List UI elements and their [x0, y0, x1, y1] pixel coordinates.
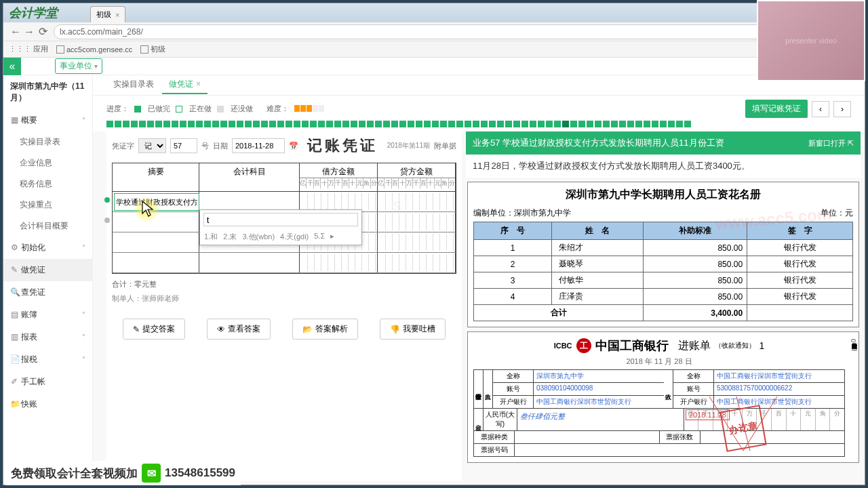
progress-cell[interactable] — [351, 121, 357, 127]
bookmark-item[interactable]: acc5com.gensee.cc — [56, 45, 132, 54]
progress-cell[interactable] — [310, 121, 317, 127]
voucher-date-input[interactable] — [232, 138, 285, 153]
sidebar-item[interactable]: 税务信息 — [3, 174, 92, 195]
progress-cell[interactable] — [587, 121, 593, 127]
sidebar-section-tax[interactable]: 📄报税˅ — [3, 348, 92, 371]
reload-icon[interactable]: ⟳ — [36, 25, 50, 38]
sidebar-section-report[interactable]: ▥报表˅ — [3, 326, 92, 348]
progress-cell[interactable] — [473, 121, 479, 127]
progress-cell[interactable] — [294, 121, 300, 127]
sidebar-section-manual[interactable]: ✐手工帐 — [3, 371, 92, 393]
progress-cell[interactable] — [261, 121, 268, 127]
progress-cell[interactable] — [229, 121, 235, 127]
progress-cell[interactable] — [440, 121, 447, 127]
sidebar-item[interactable]: 会计科目概要 — [3, 216, 92, 237]
apps-button[interactable]: ⋮⋮⋮ 应用 — [9, 44, 48, 54]
progress-cell[interactable] — [188, 121, 195, 127]
voucher-row[interactable]: 1.和 2.末 3.他(wbn) 4.天(gdi) 5.Σ ▸ S — [113, 192, 456, 212]
progress-cell[interactable] — [611, 121, 618, 127]
open-new-window-button[interactable]: 新窗口打开 ⇱ — [808, 138, 854, 148]
progress-cell[interactable] — [155, 121, 162, 127]
progress-cell[interactable] — [131, 121, 138, 127]
tab-catalog[interactable]: 实操目录表 — [106, 76, 161, 94]
progress-cell[interactable] — [684, 121, 691, 127]
progress-cell[interactable] — [570, 121, 577, 127]
progress-cell[interactable] — [285, 121, 292, 127]
progress-cell[interactable] — [212, 121, 219, 127]
progress-cell[interactable] — [448, 121, 455, 127]
progress-cell[interactable] — [106, 121, 113, 127]
progress-cell[interactable] — [123, 121, 130, 127]
voucher-row[interactable] — [113, 253, 456, 273]
progress-cell[interactable] — [269, 121, 276, 127]
progress-cell[interactable] — [139, 121, 146, 127]
progress-cell[interactable] — [497, 121, 504, 127]
progress-cell[interactable] — [180, 121, 186, 127]
documents-scroll[interactable]: www.acc5.com 深圳市第九中学长期聘用人员工资花名册 编制单位：深圳市… — [466, 178, 861, 481]
progress-cell[interactable] — [505, 121, 512, 127]
sidebar-item[interactable]: 实操目录表 — [3, 131, 92, 152]
progress-cell[interactable] — [652, 121, 658, 127]
progress-cell[interactable] — [416, 121, 422, 127]
org-type-select[interactable]: 事业单位 ▾ — [55, 58, 102, 74]
prev-button[interactable]: ‹ — [812, 101, 829, 117]
progress-cell[interactable] — [172, 121, 178, 127]
voucher-char-select[interactable]: 记 — [138, 138, 166, 153]
progress-cell[interactable] — [196, 121, 203, 127]
progress-cell[interactable] — [660, 121, 667, 127]
url-input[interactable] — [54, 24, 855, 39]
calendar-icon[interactable]: 📅 — [289, 142, 298, 150]
progress-cell[interactable] — [578, 121, 585, 127]
more-icon[interactable]: ▸ — [330, 232, 334, 242]
ime-candidates[interactable]: 1.和 2.末 3.他(wbn) 4.天(gdi) 5.Σ ▸ — [200, 229, 361, 245]
progress-cell[interactable] — [619, 121, 626, 127]
progress-cell[interactable] — [277, 121, 284, 127]
progress-cell[interactable] — [318, 121, 325, 127]
progress-cell[interactable] — [424, 121, 431, 127]
progress-cell[interactable] — [668, 121, 675, 127]
progress-cell[interactable] — [204, 121, 211, 127]
progress-cell[interactable] — [391, 121, 398, 127]
progress-cell[interactable] — [627, 121, 634, 127]
sidebar-section-voucher[interactable]: ✎做凭证 — [3, 259, 92, 281]
browser-tab[interactable]: 初级 × — [90, 6, 125, 22]
progress-cell[interactable] — [375, 121, 382, 127]
progress-cell[interactable] — [456, 121, 463, 127]
progress-cell[interactable] — [603, 121, 610, 127]
progress-cell[interactable] — [237, 121, 243, 127]
progress-cell[interactable] — [359, 121, 366, 127]
analysis-button[interactable]: 📂答案解析 — [292, 319, 358, 340]
progress-cell[interactable] — [302, 121, 309, 127]
sidebar-item[interactable]: 实操重点 — [3, 195, 92, 216]
sidebar-collapse-button[interactable]: « — [3, 58, 21, 75]
progress-cell[interactable] — [408, 121, 414, 127]
progress-cell[interactable] — [644, 121, 650, 127]
progress-cell[interactable] — [546, 121, 553, 127]
progress-cell[interactable] — [635, 121, 642, 127]
progress-cell[interactable] — [253, 121, 260, 127]
submit-button[interactable]: ✎提交答案 — [123, 319, 185, 340]
progress-cell[interactable] — [521, 121, 528, 127]
bookmark-item[interactable]: 初级 — [140, 44, 165, 54]
progress-cell[interactable] — [432, 121, 439, 127]
forward-icon[interactable]: → — [22, 26, 36, 38]
fill-voucher-button[interactable]: 填写记账凭证 — [745, 100, 808, 118]
view-answer-button[interactable]: 👁查看答案 — [207, 319, 271, 340]
tab-voucher[interactable]: 做凭证× — [162, 76, 208, 94]
progress-cell[interactable] — [163, 121, 170, 127]
progress-cell[interactable] — [562, 121, 569, 127]
progress-cell[interactable] — [465, 121, 471, 127]
progress-grid[interactable] — [93, 119, 865, 131]
feedback-button[interactable]: 👎我要吐槽 — [380, 319, 446, 340]
progress-cell[interactable] — [326, 121, 333, 127]
sidebar-item[interactable]: 企业信息 — [3, 152, 92, 174]
progress-cell[interactable] — [489, 121, 496, 127]
sidebar-section-ledger[interactable]: ▤账簿˅ — [3, 304, 92, 326]
progress-cell[interactable] — [481, 121, 488, 127]
progress-cell[interactable] — [554, 121, 561, 127]
ime-input[interactable] — [203, 213, 358, 226]
progress-cell[interactable] — [513, 121, 520, 127]
subject-ime-dropdown[interactable]: 1.和 2.末 3.他(wbn) 4.天(gdi) 5.Σ ▸ — [199, 209, 362, 245]
sidebar-section-quick[interactable]: 📁快账 — [3, 393, 92, 415]
voucher-no-input[interactable] — [170, 138, 197, 153]
